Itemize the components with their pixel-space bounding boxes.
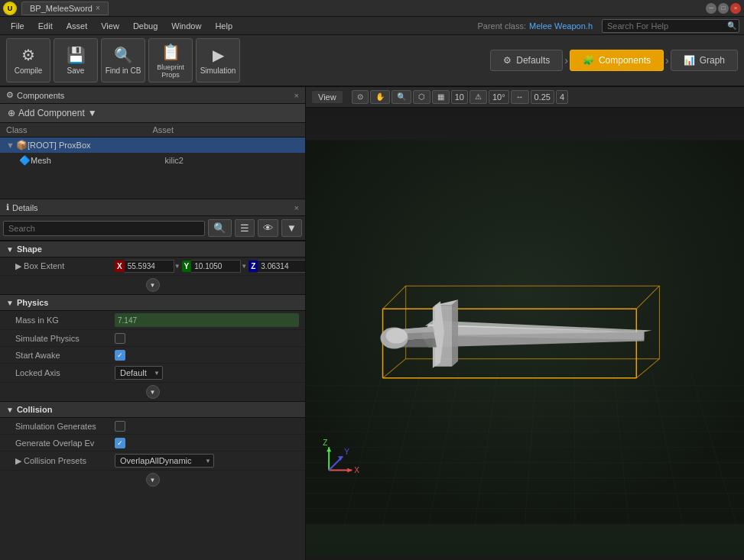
blueprint-props-button[interactable]: 📋 Blueprint Props [148,38,193,83]
tab-close-btn[interactable]: × [96,4,100,12]
menu-edit[interactable]: Edit [32,20,59,32]
svg-text:X: X [354,466,359,474]
details-search-input[interactable] [3,221,205,236]
vp-tool-angle[interactable]: ⚠ [469,90,487,104]
tree-row-mesh[interactable]: 🔷 Mesh kilic2 [0,153,305,168]
generate-overlap-checkbox[interactable] [115,438,125,448]
search-icon: 🔍 [727,21,736,30]
components-nav-btn[interactable]: 🧩 Components [570,50,664,71]
details-eye-btn[interactable]: 👁 [258,219,278,237]
vp-tool-orbit[interactable]: ⊙ [352,90,369,104]
parent-class: Parent class: Melee Weapon.h [477,21,593,31]
find-cb-label: Find in CB [106,66,141,75]
vp-tool-1[interactable]: ⬡ [413,90,430,104]
z-field: Z ▼ [249,260,305,273]
add-component-button[interactable]: ⊕ Add Component ▼ [0,104,305,123]
menu-debug[interactable]: Debug [127,20,164,32]
menu-window[interactable]: Window [165,20,207,32]
help-search-input[interactable] [602,19,739,33]
vp-tool-scale[interactable]: ↔ [511,90,529,104]
close-button[interactable]: × [730,3,741,14]
z-input[interactable] [258,260,305,273]
menu-view[interactable]: View [95,20,125,32]
x-input[interactable] [125,260,174,273]
search-wrapper: 🔍 [602,19,739,33]
sim-generates-row: Simulation Generates [0,418,305,435]
details-more-btn[interactable]: ▼ [281,219,302,237]
y-expand-icon: ▼ [241,263,247,270]
details-panel-icon: ℹ [6,202,9,212]
menu-file[interactable]: File [5,20,31,32]
collision-section-title: Collision [17,405,52,414]
graph-nav-btn[interactable]: 📊 Graph [671,50,738,71]
save-button[interactable]: 💾 Save [54,38,98,83]
components-panel-close[interactable]: × [294,91,299,100]
mesh-asset: kilic2 [165,156,300,165]
defaults-label: Defaults [516,55,550,66]
defaults-nav-btn[interactable]: ⚙ Defaults [490,50,563,71]
title-bar-left: U BP_MeleeSword × [3,2,109,15]
simulation-button[interactable]: ▶ Simulation [196,38,240,83]
add-component-dropdown-icon: ▼ [88,108,97,118]
proxbox-label: [ROOT] ProxBox [28,141,164,150]
vp-scale-val[interactable]: 0.25 [531,90,554,104]
3d-scene[interactable]: X Z Y [306,108,744,556]
locked-axis-dropdown[interactable]: Default None X Y Z [115,366,163,380]
sim-generates-value [115,421,299,432]
box-extent-value: X ▼ Y ▼ Z [115,260,305,273]
window-controls: ─ □ × [706,3,741,14]
details-panel-close[interactable]: × [294,203,299,212]
mass-value: 7.147 [115,313,299,327]
toolbar-nav: ⚙ Defaults › 🧩 Components › 📊 Graph [490,50,738,71]
generate-overlap-value [115,438,299,448]
viewport-tools: ⊙ ✋ 🔍 ⬡ ▦ 10 ⚠ 10° ↔ 0.25 4 [352,90,568,104]
details-filter-btn[interactable]: ☰ [235,219,255,237]
collision-section-header[interactable]: ▼ Collision [0,401,305,418]
maximize-button[interactable]: □ [718,3,729,14]
components-panel-icon: ⚙ [6,90,14,100]
title-bar: U BP_MeleeSword × ─ □ × [0,0,744,17]
details-body: ▼ Shape ▶ Box Extent X ▼ Y [0,241,305,560]
vp-tool-pan[interactable]: ✋ [370,90,390,104]
left-panel: ⚙ Components × ⊕ Add Component ▼ Class A… [0,87,306,560]
compile-button[interactable]: ⚙ Compile [6,38,50,83]
details-panel-title: ℹ Details [6,202,38,212]
vp-tool-zoom[interactable]: 🔍 [391,90,411,104]
shape-section-arrow: ▼ [6,245,14,254]
svg-text:Y: Y [344,448,349,456]
menu-help[interactable]: Help [209,20,239,32]
minimize-button[interactable]: ─ [706,3,716,14]
physics-expand-btn[interactable]: ▼ [146,385,160,399]
simulate-physics-row: Simulate Physics [0,330,305,347]
shape-section-header[interactable]: ▼ Shape [0,241,305,257]
sim-generates-checkbox[interactable] [115,421,125,432]
details-search-btn[interactable]: 🔍 [208,219,232,237]
vp-grid-size[interactable]: 10 [451,90,468,104]
col-asset-header: Asset [153,125,300,134]
vp-extra-val[interactable]: 4 [556,90,568,104]
blueprint-props-label: Blueprint Props [149,63,192,79]
viewport-view-label[interactable]: View [312,91,343,103]
start-awake-checkbox[interactable] [115,350,125,361]
details-panel: ℹ Details × 🔍 ☰ 👁 ▼ ▼ Shape ▶ Bo [0,199,305,560]
mesh-label: Mesh [31,156,165,165]
compile-icon: ⚙ [21,46,35,64]
physics-section-header[interactable]: ▼ Physics [0,294,305,311]
find-in-cb-button[interactable]: 🔍 Find in CB [101,38,145,83]
vp-tool-grid[interactable]: ▦ [432,90,450,104]
y-input[interactable] [191,260,241,273]
vp-angle-size[interactable]: 10° [489,90,509,104]
components-nav-icon: 🧩 [583,55,594,66]
tree-row-proxbox[interactable]: ▼ 📦 [ROOT] ProxBox [0,138,305,153]
components-label: Components [599,55,651,66]
locked-axis-value: Default None X Y Z ▼ [115,366,299,380]
collision-presets-dropdown[interactable]: OverlapAllDynamic NoCollision BlockAll O… [115,454,214,468]
simulate-physics-label: Simulate Physics [15,334,115,343]
components-panel-title-text: Components [17,91,64,100]
menu-asset[interactable]: Asset [60,20,94,32]
x-expand-icon: ▼ [174,263,180,270]
document-tab[interactable]: BP_MeleeSword × [21,2,109,15]
collision-expand-btn[interactable]: ▼ [146,473,160,487]
shape-expand-btn[interactable]: ▼ [146,278,160,292]
simulate-physics-checkbox[interactable] [115,333,125,344]
